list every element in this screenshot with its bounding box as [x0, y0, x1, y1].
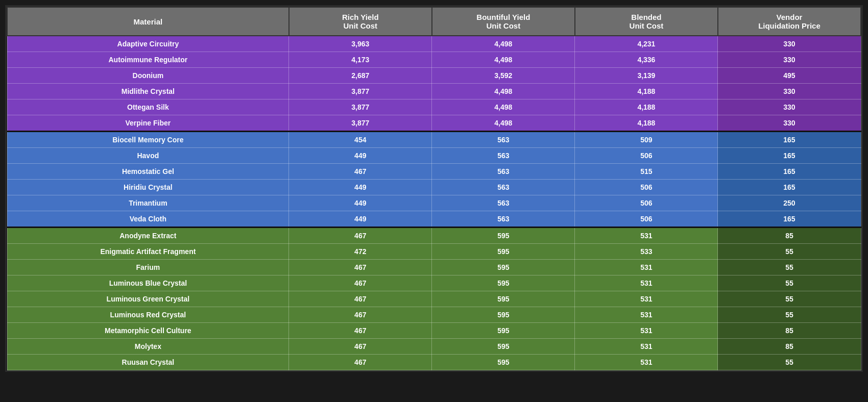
- cell-material: Anodyne Extract: [7, 228, 289, 244]
- main-table-container: Material Rich YieldUnit Cost Bountiful Y…: [5, 5, 863, 372]
- header-row: Material Rich YieldUnit Cost Bountiful Y…: [7, 7, 861, 36]
- cell-rich: 449: [289, 195, 432, 211]
- table-row: Molytex46759553185: [7, 339, 861, 355]
- cell-blended: 4,188: [575, 115, 718, 132]
- cell-rich: 467: [289, 260, 432, 275]
- cell-rich: 3,877: [289, 115, 432, 132]
- table-row: Hemostatic Gel467563515165: [7, 164, 861, 180]
- table-row: Hiridiu Crystal449563506165: [7, 180, 861, 195]
- cell-bountiful: 595: [432, 355, 575, 370]
- cell-vendor: 165: [718, 132, 861, 148]
- table-row: Autoimmune Regulator4,1734,4984,336330: [7, 52, 861, 68]
- cell-vendor: 55: [718, 275, 861, 291]
- cell-vendor: 55: [718, 307, 861, 323]
- cell-vendor: 330: [718, 36, 861, 52]
- cell-vendor: 330: [718, 115, 861, 132]
- cell-blended: 531: [575, 275, 718, 291]
- cell-blended: 515: [575, 164, 718, 180]
- cell-bountiful: 595: [432, 228, 575, 244]
- cell-bountiful: 563: [432, 148, 575, 164]
- cell-bountiful: 595: [432, 307, 575, 323]
- cell-rich: 4,173: [289, 52, 432, 68]
- cell-bountiful: 563: [432, 195, 575, 211]
- table-row: Ruusan Crystal46759553155: [7, 355, 861, 370]
- cell-blended: 531: [575, 323, 718, 339]
- table-row: Luminous Green Crystal46759553155: [7, 291, 861, 307]
- col-rich-yield-header: Rich YieldUnit Cost: [289, 7, 432, 36]
- cell-rich: 3,877: [289, 99, 432, 115]
- table-row: Adaptive Circuitry3,9634,4984,231330: [7, 36, 861, 52]
- cell-vendor: 250: [718, 195, 861, 211]
- cell-blended: 533: [575, 244, 718, 260]
- cell-blended: 506: [575, 180, 718, 195]
- cell-vendor: 330: [718, 84, 861, 99]
- col-vendor-header: VendorLiquidation Price: [718, 7, 861, 36]
- cell-bountiful: 595: [432, 291, 575, 307]
- cell-blended: 531: [575, 228, 718, 244]
- cell-rich: 467: [289, 307, 432, 323]
- cell-material: Luminous Green Crystal: [7, 291, 289, 307]
- cell-bountiful: 4,498: [432, 36, 575, 52]
- cell-material: Farium: [7, 260, 289, 275]
- cell-rich: 467: [289, 228, 432, 244]
- cell-blended: 3,139: [575, 68, 718, 84]
- cell-vendor: 330: [718, 52, 861, 68]
- cell-bountiful: 4,498: [432, 115, 575, 132]
- cell-bountiful: 3,592: [432, 68, 575, 84]
- cell-vendor: 85: [718, 339, 861, 355]
- cell-blended: 531: [575, 260, 718, 275]
- cell-vendor: 495: [718, 68, 861, 84]
- cell-vendor: 55: [718, 355, 861, 370]
- cell-blended: 509: [575, 132, 718, 148]
- cell-rich: 3,877: [289, 84, 432, 99]
- cell-blended: 4,336: [575, 52, 718, 68]
- cell-material: Verpine Fiber: [7, 115, 289, 132]
- cell-bountiful: 563: [432, 180, 575, 195]
- cell-material: Ottegan Silk: [7, 99, 289, 115]
- materials-table: Material Rich YieldUnit Cost Bountiful Y…: [7, 7, 861, 370]
- cell-bountiful: 563: [432, 211, 575, 228]
- cell-vendor: 55: [718, 260, 861, 275]
- table-body: Adaptive Circuitry3,9634,4984,231330Auto…: [7, 36, 861, 370]
- cell-rich: 3,963: [289, 36, 432, 52]
- table-row: Anodyne Extract46759553185: [7, 228, 861, 244]
- cell-blended: 4,188: [575, 84, 718, 99]
- cell-bountiful: 563: [432, 132, 575, 148]
- table-row: Midlithe Crystal3,8774,4984,188330: [7, 84, 861, 99]
- cell-material: Biocell Memory Core: [7, 132, 289, 148]
- cell-material: Hemostatic Gel: [7, 164, 289, 180]
- cell-bountiful: 595: [432, 339, 575, 355]
- col-material-header: Material: [7, 7, 289, 36]
- cell-bountiful: 563: [432, 164, 575, 180]
- cell-vendor: 330: [718, 99, 861, 115]
- cell-bountiful: 595: [432, 323, 575, 339]
- table-row: Farium46759553155: [7, 260, 861, 275]
- cell-material: Ruusan Crystal: [7, 355, 289, 370]
- cell-vendor: 165: [718, 164, 861, 180]
- cell-bountiful: 4,498: [432, 52, 575, 68]
- table-row: Verpine Fiber3,8774,4984,188330: [7, 115, 861, 132]
- cell-vendor: 55: [718, 291, 861, 307]
- cell-vendor: 85: [718, 323, 861, 339]
- cell-blended: 531: [575, 355, 718, 370]
- cell-rich: 467: [289, 275, 432, 291]
- cell-blended: 506: [575, 195, 718, 211]
- cell-bountiful: 595: [432, 260, 575, 275]
- cell-material: Doonium: [7, 68, 289, 84]
- cell-blended: 506: [575, 211, 718, 228]
- cell-material: Midlithe Crystal: [7, 84, 289, 99]
- cell-rich: 472: [289, 244, 432, 260]
- cell-blended: 4,231: [575, 36, 718, 52]
- cell-rich: 467: [289, 291, 432, 307]
- cell-material: Molytex: [7, 339, 289, 355]
- cell-material: Enigmatic Artifact Fragment: [7, 244, 289, 260]
- cell-vendor: 55: [718, 244, 861, 260]
- cell-material: Autoimmune Regulator: [7, 52, 289, 68]
- cell-material: Luminous Blue Crystal: [7, 275, 289, 291]
- cell-material: Veda Cloth: [7, 211, 289, 228]
- cell-rich: 467: [289, 339, 432, 355]
- table-row: Luminous Red Crystal46759553155: [7, 307, 861, 323]
- cell-rich: 467: [289, 323, 432, 339]
- cell-blended: 531: [575, 339, 718, 355]
- cell-material: Luminous Red Crystal: [7, 307, 289, 323]
